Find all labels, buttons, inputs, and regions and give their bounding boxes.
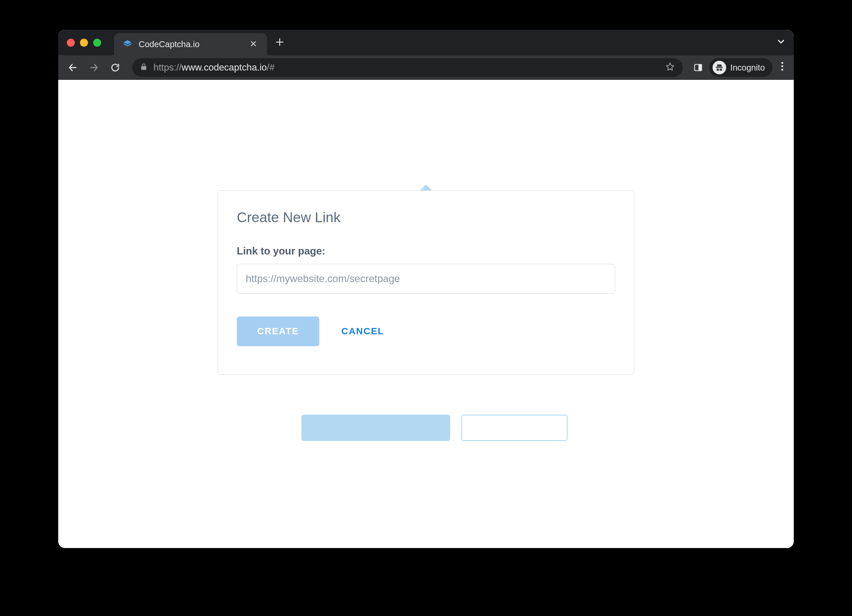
- url-text: https://www.codecaptcha.io/#: [153, 62, 659, 73]
- background-primary-button: [301, 415, 450, 441]
- svg-rect-3: [699, 65, 701, 71]
- svg-marker-0: [124, 40, 131, 44]
- panel-icon[interactable]: [691, 61, 705, 74]
- svg-point-4: [781, 62, 784, 64]
- modal-title: Create New Link: [237, 209, 615, 226]
- tab-favicon-icon: [122, 39, 133, 49]
- url-protocol: https://: [153, 62, 182, 73]
- browser-toolbar: https://www.codecaptcha.io/# Incognito: [58, 55, 794, 80]
- titlebar: CodeCaptcha.io: [58, 30, 794, 55]
- link-field-label: Link to your page:: [237, 245, 615, 257]
- back-button[interactable]: [64, 59, 81, 76]
- maximize-window-button[interactable]: [93, 39, 101, 47]
- url-path: /#: [267, 62, 275, 73]
- forward-button[interactable]: [85, 59, 102, 76]
- lock-icon: [140, 63, 148, 72]
- reload-button[interactable]: [107, 59, 124, 76]
- incognito-icon: [713, 61, 726, 74]
- incognito-badge[interactable]: Incognito: [709, 58, 772, 77]
- create-button[interactable]: CREATE: [237, 316, 319, 346]
- browser-menu-button[interactable]: [777, 61, 788, 74]
- svg-point-6: [781, 69, 784, 71]
- tab-search-button[interactable]: [777, 37, 785, 48]
- minimize-window-button[interactable]: [80, 39, 88, 47]
- close-tab-icon[interactable]: [248, 39, 258, 50]
- link-input[interactable]: [237, 264, 615, 294]
- url-domain: www.codecaptcha.io: [182, 62, 267, 73]
- svg-point-5: [781, 65, 784, 68]
- address-bar[interactable]: https://www.codecaptcha.io/#: [132, 58, 683, 77]
- cancel-button[interactable]: CANCEL: [341, 326, 384, 337]
- window-controls: [67, 39, 101, 47]
- background-secondary-button: [461, 415, 568, 441]
- page-content: Create New Link Link to your page: CREAT…: [58, 80, 794, 548]
- bookmark-icon[interactable]: [665, 62, 675, 73]
- browser-window: CodeCaptcha.io https:: [58, 30, 794, 548]
- incognito-label: Incognito: [730, 63, 765, 73]
- create-link-modal: Create New Link Link to your page: CREAT…: [218, 190, 634, 375]
- close-window-button[interactable]: [67, 39, 75, 47]
- tab-title: CodeCaptcha.io: [139, 40, 242, 49]
- modal-actions: CREATE CANCEL: [237, 316, 615, 346]
- browser-tab[interactable]: CodeCaptcha.io: [114, 33, 267, 55]
- new-tab-button[interactable]: [275, 36, 284, 49]
